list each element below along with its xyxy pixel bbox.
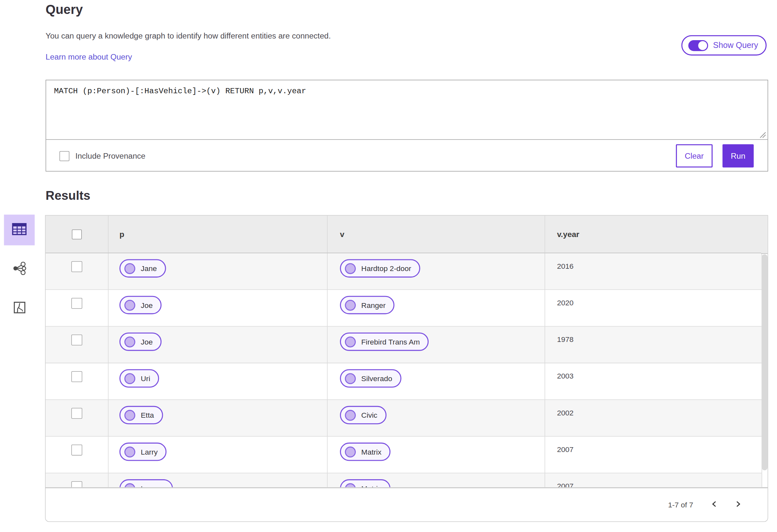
table-scrollbar-track — [761, 216, 768, 487]
row-checkbox[interactable] — [71, 371, 82, 382]
row-select-cell — [46, 436, 108, 473]
results-table: p v v.year Jane Hardtop 2-door — [45, 215, 768, 488]
scrollbar-header-cap — [761, 216, 768, 254]
row-select-cell — [46, 327, 108, 363]
query-panel-toolbar: Include Provenance Clear Run — [46, 140, 768, 172]
show-query-toggle[interactable]: Show Query — [681, 35, 767, 56]
results-table-body: Jane Hardtop 2-door 2016 Joe Ranger — [46, 253, 768, 488]
node-icon — [345, 263, 356, 274]
node-icon — [124, 263, 135, 274]
column-header-v: v — [328, 216, 545, 253]
page-title: Query — [46, 2, 83, 17]
resize-grip-icon[interactable] — [759, 131, 766, 138]
row-select-cell — [46, 363, 108, 400]
row-cell-v: Silverado — [328, 363, 545, 400]
pagination-range: 1-7 of 7 — [668, 501, 693, 509]
include-provenance-checkbox[interactable] — [60, 151, 70, 161]
row-cell-v-year: 2016 — [545, 253, 762, 290]
table-row: Lauren Matrix 2007 — [46, 473, 762, 488]
node-icon — [124, 483, 135, 488]
row-cell-v: Matrix — [328, 473, 545, 488]
node-icon — [345, 373, 356, 384]
row-checkbox[interactable] — [71, 334, 82, 345]
row-cell-v-year: 2020 — [545, 290, 762, 326]
node-icon — [345, 410, 356, 421]
row-cell-v-year: 2002 — [545, 400, 762, 436]
page-description: You can query a knowledge graph to ident… — [46, 32, 331, 41]
graph-view-button[interactable] — [4, 254, 35, 285]
table-row: Larry Matrix 2007 — [46, 436, 762, 473]
row-cell-p: Lauren — [108, 473, 328, 488]
entity-pill-person[interactable]: Jane — [119, 259, 166, 278]
row-checkbox[interactable] — [71, 481, 82, 488]
row-cell-p: Etta — [108, 400, 328, 436]
entity-pill-vehicle[interactable]: Firebird Trans Am — [340, 332, 429, 351]
row-cell-p: Joe — [108, 290, 328, 326]
row-cell-v: Civic — [328, 400, 545, 436]
node-icon — [345, 300, 356, 311]
run-button[interactable]: Run — [723, 144, 754, 168]
entity-pill-person[interactable]: Joe — [119, 296, 161, 314]
node-icon — [345, 446, 356, 457]
table-header-row: p v v.year — [46, 216, 762, 253]
table-scrollbar-thumb[interactable] — [762, 254, 767, 470]
row-cell-v: Firebird Trans Am — [328, 327, 545, 363]
row-cell-v: Hardtop 2-door — [328, 253, 545, 290]
table-row: Joe Ranger 2020 — [46, 290, 762, 326]
entity-pill-vehicle[interactable]: Silverado — [340, 369, 401, 388]
entity-pill-vehicle[interactable]: Hardtop 2-door — [340, 259, 420, 278]
entity-pill-person[interactable]: Larry — [119, 443, 167, 461]
table-row: Uri Silverado 2003 — [46, 363, 762, 400]
entity-pill-vehicle[interactable]: Matrix — [340, 479, 391, 488]
row-cell-p: Uri — [108, 363, 328, 400]
table-icon — [12, 222, 27, 237]
table-row: Etta Civic 2002 — [46, 400, 762, 436]
select-all-checkbox[interactable] — [72, 229, 82, 239]
entity-pill-person[interactable]: Joe — [119, 332, 161, 351]
results-title: Results — [46, 189, 90, 203]
next-page-button[interactable] — [732, 499, 744, 511]
node-icon — [345, 483, 356, 488]
show-query-label: Show Query — [713, 41, 758, 50]
select-all-cell — [46, 216, 108, 253]
entity-pill-vehicle[interactable]: Matrix — [340, 443, 391, 461]
query-textarea[interactable]: MATCH (p:Person)-[:HasVehicle]->(v) RETU… — [46, 80, 768, 139]
results-footer: 1-7 of 7 — [45, 488, 768, 522]
row-select-cell — [46, 253, 108, 290]
row-cell-v-year: 2003 — [545, 363, 762, 400]
query-editor-area: MATCH (p:Person)-[:HasVehicle]->(v) RETU… — [46, 80, 768, 140]
chevron-right-icon — [734, 500, 742, 509]
entity-pill-person[interactable]: Etta — [119, 406, 163, 425]
row-checkbox[interactable] — [71, 261, 82, 272]
include-provenance-label: Include Provenance — [76, 151, 145, 161]
row-select-cell — [46, 400, 108, 436]
node-icon — [345, 336, 356, 347]
toggle-track — [688, 40, 708, 51]
row-select-cell — [46, 473, 108, 488]
entity-pill-person[interactable]: Lauren — [119, 479, 173, 488]
row-checkbox[interactable] — [71, 445, 82, 455]
row-cell-v-year: 2007 — [545, 436, 762, 473]
map-icon — [13, 301, 25, 315]
previous-page-button[interactable] — [709, 499, 721, 511]
node-icon — [124, 373, 135, 384]
node-icon — [124, 446, 135, 457]
row-cell-p: Larry — [108, 436, 328, 473]
row-cell-p: Joe — [108, 327, 328, 363]
clear-button[interactable]: Clear — [676, 144, 712, 168]
map-view-button[interactable] — [4, 293, 35, 324]
entity-pill-vehicle[interactable]: Civic — [340, 406, 386, 425]
row-checkbox[interactable] — [71, 298, 82, 309]
row-cell-v-year: 2007 — [545, 473, 762, 488]
toggle-knob — [698, 41, 707, 50]
row-checkbox[interactable] — [71, 408, 82, 419]
entity-pill-vehicle[interactable]: Ranger — [340, 296, 395, 314]
table-row: Joe Firebird Trans Am 1978 — [46, 327, 762, 363]
page: Query You can query a knowledge graph to… — [0, 0, 777, 532]
entity-pill-person[interactable]: Uri — [119, 369, 159, 388]
learn-more-link[interactable]: Learn more about Query — [46, 52, 132, 62]
row-cell-v-year: 1978 — [545, 327, 762, 363]
node-icon — [124, 336, 135, 347]
table-view-button[interactable] — [4, 215, 35, 245]
table-row: Jane Hardtop 2-door 2016 — [46, 253, 762, 290]
